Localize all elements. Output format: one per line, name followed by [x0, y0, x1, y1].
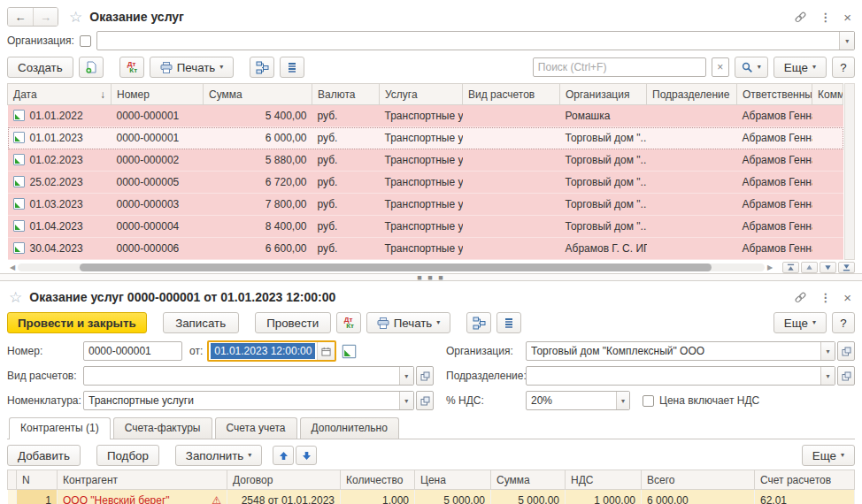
- table-row[interactable]: 25.02.20230000-0000056 720,00руб.Транспо…: [8, 172, 843, 194]
- cell[interactable]: Абрамов Генна...: [737, 216, 812, 238]
- cell[interactable]: 62.01: [755, 490, 855, 504]
- cell[interactable]: [463, 105, 560, 127]
- nomenclature-dropdown-icon[interactable]: ▾: [399, 392, 413, 409]
- cell[interactable]: [812, 238, 843, 260]
- related-documents-button[interactable]: [250, 57, 274, 78]
- organization-input[interactable]: [527, 342, 820, 360]
- cell[interactable]: руб.: [312, 127, 380, 149]
- cell[interactable]: руб.: [312, 105, 380, 127]
- pick-button[interactable]: Подбор: [96, 445, 159, 466]
- cell[interactable]: 6 000,00: [204, 127, 312, 149]
- scroll-right-icon[interactable]: ▶: [765, 263, 775, 271]
- cell[interactable]: 6 720,00: [204, 172, 312, 194]
- cell[interactable]: ООО "Невский берег"⚠: [58, 490, 227, 504]
- column-header[interactable]: Договор: [227, 470, 341, 490]
- window-splitter[interactable]: ■ ■ ■: [0, 273, 862, 281]
- cell[interactable]: 01.01.2022: [8, 105, 112, 127]
- tab-4[interactable]: Дополнительно: [300, 417, 399, 439]
- cell[interactable]: 01.03.2023: [8, 194, 112, 216]
- cell[interactable]: Транспортные у...: [380, 194, 463, 216]
- organization-filter-combo[interactable]: ▾: [96, 31, 855, 50]
- organization-field[interactable]: ▾: [526, 341, 835, 361]
- cell[interactable]: 1,000: [341, 490, 415, 504]
- column-header[interactable]: Количество: [341, 470, 415, 490]
- cell[interactable]: Транспортные у...: [380, 216, 463, 238]
- vat-included-option[interactable]: Цена включает НДС: [643, 394, 759, 407]
- cell[interactable]: 0000-000002: [112, 149, 204, 172]
- column-header[interactable]: Контрагент: [58, 470, 227, 490]
- cell[interactable]: руб.: [312, 149, 380, 172]
- column-header[interactable]: Подразделение: [647, 84, 737, 105]
- cell[interactable]: [647, 194, 737, 216]
- cell[interactable]: 5 880,00: [204, 149, 312, 172]
- column-header[interactable]: Организация: [560, 84, 647, 105]
- column-header[interactable]: Услуга: [380, 84, 463, 105]
- cell[interactable]: Торговый дом "...: [560, 194, 647, 216]
- cell[interactable]: [647, 172, 737, 194]
- cell[interactable]: 0000-000003: [112, 194, 204, 216]
- cell[interactable]: Транспортные у...: [380, 172, 463, 194]
- contractor-name[interactable]: ООО "Невский берег": [63, 494, 170, 504]
- column-header[interactable]: Валюта: [312, 84, 380, 105]
- list-more-button[interactable]: Еще ▾: [773, 57, 827, 78]
- settlement-type-dropdown-icon[interactable]: ▾: [399, 367, 413, 385]
- search-box[interactable]: [533, 57, 706, 77]
- tab-1[interactable]: Контрагенты (1): [9, 417, 111, 439]
- cell[interactable]: руб.: [312, 216, 380, 238]
- organization-open-button[interactable]: [837, 341, 855, 361]
- settlement-type-input[interactable]: [84, 367, 399, 385]
- cell[interactable]: руб.: [312, 238, 380, 260]
- table-row[interactable]: 01.02.20230000-0000025 880,00руб.Транспо…: [8, 149, 843, 172]
- nomenclature-field[interactable]: ▾: [83, 391, 414, 410]
- cell[interactable]: [812, 105, 843, 127]
- favorite-star-icon[interactable]: ☆: [69, 8, 82, 27]
- date-value[interactable]: 01.01.2023 12:00:00: [211, 343, 315, 359]
- column-header[interactable]: Сумма: [204, 84, 312, 105]
- save-button[interactable]: Записать: [163, 312, 239, 333]
- cell[interactable]: [812, 127, 843, 149]
- column-header[interactable]: Коммен...: [812, 84, 843, 105]
- department-field[interactable]: ▾: [526, 366, 835, 386]
- cell[interactable]: 0000-000005: [112, 172, 204, 194]
- search-clear-icon[interactable]: ×: [712, 57, 729, 77]
- cell[interactable]: [463, 216, 560, 238]
- cell[interactable]: [463, 127, 560, 149]
- cell[interactable]: Абрамов Генна...: [737, 105, 812, 127]
- cell[interactable]: [647, 149, 737, 172]
- table-more-button[interactable]: Еще ▾: [802, 445, 855, 466]
- calendar-button[interactable]: [317, 342, 335, 360]
- table-row[interactable]: 01.04.20230000-0000048 400,00руб.Транспо…: [8, 216, 843, 238]
- create-by-copy-button[interactable]: [79, 57, 104, 78]
- cell[interactable]: Транспортные у...: [380, 149, 463, 172]
- cell[interactable]: 01.04.2023: [8, 216, 112, 238]
- organization-dropdown-icon[interactable]: ▾: [820, 342, 835, 360]
- column-header[interactable]: Ответственный: [737, 84, 812, 105]
- horizontal-scrollbar[interactable]: [18, 263, 765, 271]
- cell[interactable]: Абрамов Генна...: [737, 127, 812, 149]
- go-previous-button[interactable]: [801, 262, 818, 273]
- organization-filter-input[interactable]: [97, 32, 840, 50]
- doc-help-button[interactable]: ?: [832, 312, 855, 333]
- table-row[interactable]: 01.01.20220000-0000015 400,00руб.Транспо…: [8, 105, 843, 127]
- cell[interactable]: [463, 194, 560, 216]
- cell[interactable]: 6 600,00: [204, 238, 312, 260]
- search-input[interactable]: [534, 58, 705, 76]
- cell[interactable]: 0000-000001: [112, 105, 204, 127]
- move-up-button[interactable]: [273, 446, 294, 465]
- cell[interactable]: 1 000,00: [566, 490, 642, 504]
- list-help-button[interactable]: ?: [832, 57, 855, 78]
- post-and-close-button[interactable]: Провести и закрыть: [7, 312, 147, 333]
- column-header[interactable]: Дата ↓: [8, 84, 112, 105]
- search-button[interactable]: ▾: [735, 57, 768, 78]
- link-icon[interactable]: [794, 11, 807, 24]
- vertical-scrollbar[interactable]: [844, 83, 855, 260]
- number-field[interactable]: [83, 341, 182, 361]
- table-row[interactable]: 01.03.20230000-0000037 800,00руб.Транспо…: [8, 194, 843, 216]
- cell[interactable]: Торговый дом "...: [560, 149, 647, 172]
- vat-field[interactable]: ▾: [526, 391, 630, 410]
- dt-kt-postings-button[interactable]: ДтКт: [119, 57, 144, 78]
- settlement-type-field[interactable]: ▾: [83, 366, 414, 386]
- cell[interactable]: Транспортные у...: [380, 127, 463, 149]
- doc-link-icon[interactable]: [794, 291, 807, 304]
- cell[interactable]: 2548 от 01.01.2023: [227, 490, 341, 504]
